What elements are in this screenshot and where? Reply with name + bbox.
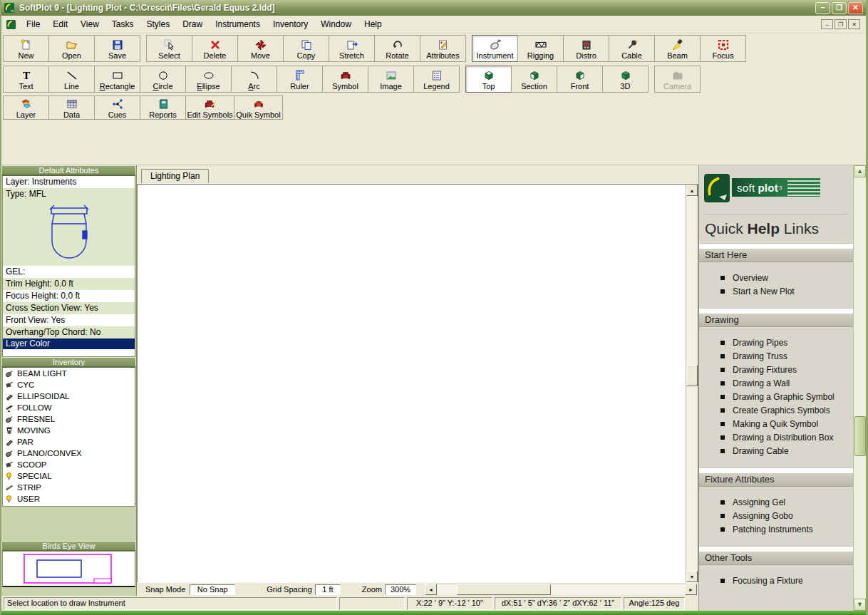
menu-styles[interactable]: Styles	[140, 16, 177, 32]
inventory-item-scoop[interactable]: SCOOP	[3, 459, 135, 470]
help-scroll-down-icon[interactable]: ▼	[854, 599, 866, 611]
zoom-value[interactable]: 300%	[385, 584, 416, 595]
scroll-left-icon[interactable]: ◄	[425, 584, 437, 595]
horizontal-scrollbar[interactable]: ◄ ►	[425, 584, 697, 596]
menu-inventory[interactable]: Inventory	[267, 16, 314, 32]
help-link-assigning-gobo[interactable]: Assigning Gobo	[699, 509, 853, 522]
mdi-close-button[interactable]: ✕	[848, 19, 860, 29]
beam-button[interactable]: Beam	[654, 35, 701, 62]
scroll-up-icon[interactable]: ▲	[686, 185, 698, 196]
help-scroll-thumb[interactable]	[854, 416, 866, 456]
minimize-button[interactable]: –	[815, 2, 830, 14]
3d-button[interactable]: 3D	[602, 66, 649, 93]
inventory-item-moving[interactable]: MOVING	[3, 425, 135, 436]
help-link-overview[interactable]: Overview	[699, 271, 853, 284]
edit-symbols-button[interactable]: Edit Symbols	[185, 95, 234, 120]
menu-help[interactable]: Help	[358, 16, 388, 32]
menu-draw[interactable]: Draw	[176, 16, 209, 32]
help-link-start-a-new-plot[interactable]: Start a New Plot	[699, 284, 853, 298]
line-button[interactable]: Line	[48, 66, 95, 93]
circle-button[interactable]: Circle	[140, 66, 186, 93]
reports-button[interactable]: Reports	[140, 95, 186, 120]
ruler-button[interactable]: Ruler	[277, 66, 323, 93]
camera-button[interactable]: Camera	[654, 66, 701, 93]
rotate-button[interactable]: Rotate	[374, 35, 420, 62]
horizontal-scroll-track[interactable]	[437, 584, 685, 595]
rigging-button[interactable]: Rigging	[517, 35, 564, 62]
new-button[interactable]: New	[3, 35, 49, 62]
vertical-scroll-track[interactable]	[686, 196, 698, 571]
help-link-drawing-truss[interactable]: Drawing Truss	[699, 349, 853, 363]
help-link-drawing-fixtures[interactable]: Drawing Fixtures	[699, 363, 853, 376]
top-button[interactable]: Top	[465, 66, 512, 93]
mdi-minimize-button[interactable]: –	[821, 19, 833, 29]
tab-lighting-plan[interactable]: Lighting Plan	[141, 169, 209, 183]
close-button[interactable]: ✕	[848, 2, 863, 14]
birds-eye-view[interactable]	[2, 551, 135, 587]
cues-button[interactable]: Cues	[94, 95, 140, 120]
grid-spacing-value[interactable]: 1 ft	[315, 584, 341, 595]
scroll-down-icon[interactable]: ▼	[686, 571, 698, 582]
mdi-restore-button[interactable]: ❐	[835, 19, 847, 29]
image-button[interactable]: Image	[368, 66, 414, 93]
distro-button[interactable]: Distro	[563, 35, 609, 62]
move-button[interactable]: Move	[237, 35, 284, 62]
snap-mode-value[interactable]: No Snap	[190, 584, 235, 595]
quik-symbol-button[interactable]: Quik Symbol	[234, 95, 283, 120]
inventory-item-beam-light[interactable]: BEAM LIGHT	[3, 368, 135, 379]
stretch-button[interactable]: Stretch	[329, 35, 375, 62]
attributes-button[interactable]: Attributes	[420, 35, 466, 62]
delete-button[interactable]: Delete	[192, 35, 238, 62]
attribute-row-trim-height[interactable]: Trim Height: 0.0 ft	[3, 278, 135, 290]
legend-button[interactable]: Legend	[413, 66, 460, 93]
inventory-item-fresnel[interactable]: FRESNEL	[3, 413, 135, 425]
inventory-item-ellipsoidal[interactable]: ELLIPSOIDAL	[3, 391, 135, 402]
help-link-create-graphics-symbols[interactable]: Create Graphics Symbols	[699, 403, 853, 417]
help-link-drawing-a-wall[interactable]: Drawing a Wall	[699, 376, 853, 390]
attribute-row-front-view[interactable]: Front View: Yes	[3, 314, 135, 326]
menu-file[interactable]: File	[20, 16, 46, 32]
select-button[interactable]: Select	[146, 35, 192, 62]
text-button[interactable]: TText	[3, 66, 49, 93]
ellipse-button[interactable]: Ellipse	[185, 66, 232, 93]
copy-button[interactable]: Copy	[283, 35, 329, 62]
menu-window[interactable]: Window	[314, 16, 358, 32]
inventory-item-follow[interactable]: FOLLOW	[3, 402, 135, 413]
layer-button[interactable]: Layer	[3, 95, 49, 120]
attribute-row-gel[interactable]: GEL:	[3, 266, 135, 278]
section-button[interactable]: Section	[511, 66, 557, 93]
help-panel-scrollbar[interactable]: ▲ ▼	[853, 165, 866, 611]
inventory-item-par[interactable]: PAR	[3, 436, 135, 448]
help-link-drawing-pipes[interactable]: Drawing Pipes	[699, 336, 853, 349]
menu-view[interactable]: View	[74, 16, 105, 32]
data-button[interactable]: Data	[48, 95, 95, 120]
attribute-row-layer[interactable]: Layer: Instruments	[3, 176, 135, 188]
arc-button[interactable]: Arc	[231, 66, 277, 93]
menu-edit[interactable]: Edit	[46, 16, 74, 32]
front-button[interactable]: Front	[557, 66, 603, 93]
attribute-row-overhang-top-chord[interactable]: Overhang/Top Chord: No	[3, 326, 135, 338]
menu-tasks[interactable]: Tasks	[105, 16, 140, 32]
inventory-item-plano-convex[interactable]: PLANO/CONVEX	[3, 448, 135, 459]
help-link-focusing-a-fixture[interactable]: Focusing a Fixture	[699, 574, 853, 587]
help-link-making-a-quik-symbol[interactable]: Making a Quik Symbol	[699, 417, 853, 430]
open-button[interactable]: Open	[48, 35, 95, 62]
vertical-scrollbar[interactable]: ▲ ▼	[686, 185, 698, 582]
help-link-assigning-gel[interactable]: Assigning Gel	[699, 495, 853, 509]
save-button[interactable]: Save	[94, 35, 140, 62]
help-link-drawing-a-graphic-symbol[interactable]: Drawing a Graphic Symbol	[699, 390, 853, 403]
attribute-row-cross-section-view[interactable]: Cross Section View: Yes	[3, 302, 135, 314]
vertical-scroll-thumb[interactable]	[686, 365, 698, 386]
horizontal-scroll-thumb[interactable]	[457, 584, 551, 595]
inventory-item-cyc[interactable]: CYC	[3, 379, 135, 391]
symbol-button[interactable]: Symbol	[322, 66, 368, 93]
attribute-row-layer-color[interactable]: Layer Color	[3, 338, 135, 349]
inventory-item-special[interactable]: SPECIAL	[3, 470, 135, 482]
attribute-row-type[interactable]: Type: MFL	[3, 188, 135, 200]
inventory-item-user[interactable]: USER	[3, 493, 135, 505]
focus-button[interactable]: Focus	[700, 35, 746, 62]
cable-button[interactable]: Cable	[609, 35, 655, 62]
instrument-button[interactable]: Instrument	[472, 35, 518, 62]
help-link-drawing-a-distribution-box[interactable]: Drawing a Distribution Box	[699, 430, 853, 444]
rectangle-button[interactable]: Rectangle	[94, 66, 140, 93]
